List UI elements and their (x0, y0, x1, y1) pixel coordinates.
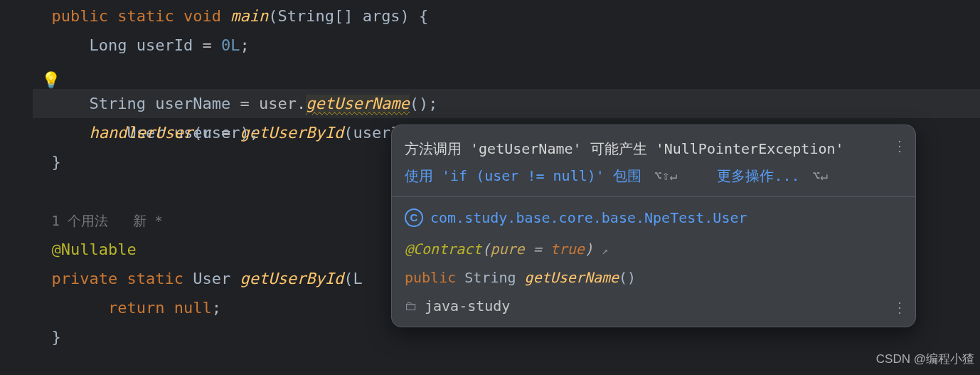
watermark: CSDN @编程小猹 (876, 344, 974, 374)
method-call-warning[interactable]: getUserName (306, 95, 410, 112)
op: = (193, 36, 221, 54)
brace: } (52, 153, 61, 171)
class-icon: C (405, 208, 423, 227)
keyword: static (127, 270, 183, 287)
more-vert-icon[interactable]: ⋮ (893, 135, 907, 157)
method-name: main (230, 7, 268, 25)
keyword: public (52, 7, 108, 25)
type: Long (89, 36, 127, 54)
warning-message: 方法调用 'getUserName' 可能产生 'NullPointerExce… (405, 138, 844, 159)
paren: ) (585, 241, 602, 258)
separator (392, 196, 915, 197)
number: 0L (221, 36, 240, 54)
keyword: private (52, 270, 118, 287)
annotation: @Contract (405, 241, 481, 258)
method-name: getUserName (525, 269, 619, 286)
paren: ( (481, 241, 490, 258)
args: (); (410, 95, 438, 112)
lightbulb-icon[interactable]: 💡 (41, 65, 58, 83)
args: (user); (193, 124, 259, 142)
null-literal: null (174, 299, 212, 317)
identifier: userName (155, 95, 230, 112)
keyword: void (183, 7, 221, 25)
keyword: return (108, 299, 164, 317)
op: = (525, 241, 550, 258)
module-icon: 🗀 (405, 295, 417, 317)
ann-val: true (550, 241, 585, 258)
method-name: getUserById (240, 270, 343, 287)
code-line-current[interactable]: String userName = user.getUserName(); (33, 89, 980, 118)
keyword: public (405, 269, 456, 286)
semi: ; (240, 36, 249, 54)
method-call: handlerUser (89, 124, 193, 142)
code-line[interactable]: 💡 User user = getUserById(userId); (33, 60, 980, 89)
module-name[interactable]: java-study (425, 295, 510, 317)
identifier: userId (137, 36, 193, 54)
type: String (89, 95, 145, 112)
code-line[interactable]: public static void main(String[] args) { (33, 1, 980, 31)
shortcut: ⌥⇧↵ (654, 165, 678, 186)
shortcut: ⌥↵ (813, 165, 829, 186)
usage-hint[interactable]: 1 个用法 新 * (52, 213, 163, 228)
more-actions[interactable]: 更多操作... (717, 165, 799, 186)
class-link[interactable]: com.study.base.core.base.NpeTest.User (430, 207, 747, 228)
semi: ; (212, 299, 221, 317)
keyword: static (117, 7, 174, 25)
inspection-tooltip[interactable]: ⋮ 方法调用 'getUserName' 可能产生 'NullPointerEx… (391, 125, 916, 327)
type: User (193, 270, 230, 287)
code-line[interactable]: Long userId = 0L; (33, 31, 980, 60)
op: = user. (230, 95, 306, 112)
more-vert-icon[interactable]: ⋮ (893, 297, 907, 318)
signature: (L (343, 270, 363, 287)
quickfix-action[interactable]: 使用 'if (user != null)' 包围 (405, 165, 641, 186)
signature: (String[] args) { (268, 7, 428, 25)
ann-key: pure (490, 241, 524, 258)
arrow-icon: ↗ (602, 244, 608, 257)
brace: } (52, 328, 61, 346)
args: () (619, 269, 636, 286)
type: String (464, 269, 516, 286)
annotation: @Nullable (52, 241, 137, 258)
